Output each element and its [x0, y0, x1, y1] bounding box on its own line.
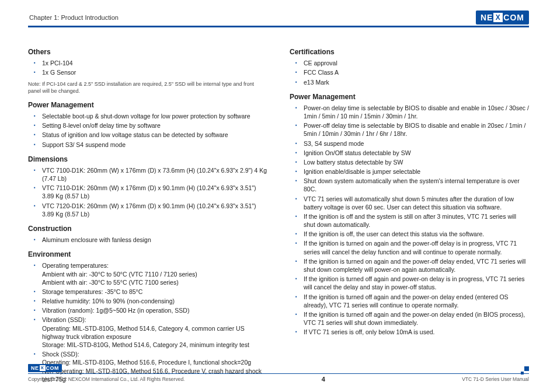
list-item: Support S3/ S4 suspend mode: [36, 141, 267, 149]
list-item: Aluminum enclosure with fanless design: [36, 236, 267, 244]
list-item: Status of ignition and low voltage statu…: [36, 131, 267, 139]
page-footer: NEXCOM Copyright © 2012 NEXCOM Internati…: [28, 364, 529, 384]
list-item: If the ignition is off and the system is…: [298, 212, 529, 229]
list-item: Low battery status detectable by SW: [298, 158, 529, 166]
brand-logo: NEXCOM: [476, 10, 529, 24]
copyright-text: Copyright © 2012 NEXCOM International Co…: [28, 376, 184, 383]
certifications-list: CE approvalFCC Class Ae13 Mark: [290, 59, 529, 86]
list-item: Operating temperatures: Ambient with air…: [36, 261, 267, 286]
construction-list: Aluminum enclosure with fanless design: [28, 236, 267, 244]
list-item: If the ignition is off, the user can det…: [298, 230, 529, 238]
list-item: VTC 7120-D1K: 260mm (W) x 176mm (D) x 90…: [36, 202, 267, 218]
list-item: FCC Class A: [298, 68, 529, 76]
page-header: Chapter 1: Product Introduction NEXCOM: [28, 10, 529, 27]
list-item: If the ignition is turned on again and t…: [298, 257, 529, 274]
brand-left: NE: [481, 12, 493, 23]
brand-right: COM: [503, 12, 524, 23]
right-column: Certifications CE approvalFCC Class Ae13…: [290, 47, 529, 384]
list-item: If VTC 71 series is off, only below 10mA…: [298, 328, 529, 336]
pm-heading-left: Power Management: [28, 100, 267, 110]
list-item: 1x G Sensor: [36, 68, 267, 76]
content-columns: Others 1x PCI-1041x G Sensor Note: If PC…: [28, 47, 529, 384]
list-item: Vibration (random): 1g@5~500 Hz (in oper…: [36, 306, 267, 314]
list-item: CE approval: [298, 59, 529, 67]
brand-x: X: [493, 13, 503, 22]
left-column: Others 1x PCI-1041x G Sensor Note: If PC…: [28, 47, 267, 384]
list-item: If the ignition is turned off again and …: [298, 293, 529, 309]
list-item: Setting 8-level on/off delay time by sof…: [36, 121, 267, 130]
list-item: Power-off delay time is selectable by BI…: [298, 121, 529, 138]
others-heading: Others: [28, 47, 267, 57]
pm-list-right: Power-on delay time is selectable by BIO…: [290, 104, 529, 336]
dimensions-list: VTC 7100-D1K: 260mm (W) x 176mm (D) x 73…: [28, 166, 267, 218]
list-item: 1x PCI-104: [36, 59, 267, 67]
pm-list-left: Selectable boot-up & shut-down voltage f…: [28, 112, 267, 149]
list-item: S3, S4 suspend mode: [298, 139, 529, 148]
list-item: Vibration (SSD): Operating: MIL-STD-810G…: [36, 316, 267, 349]
construction-heading: Construction: [28, 224, 267, 233]
others-note: Note: If PCI-104 card & 2.5" SSD install…: [28, 80, 267, 94]
environment-heading: Environment: [28, 250, 267, 259]
list-item: e13 Mark: [298, 78, 529, 86]
list-item: VTC 7110-D1K: 260mm (W) x 176mm (D) x 90…: [36, 184, 267, 200]
list-item: VTC 71 series will automatically shut do…: [298, 195, 529, 211]
list-item: Ignition enable/disable is jumper select…: [298, 167, 529, 176]
footer-brand-logo: NEXCOM: [28, 364, 62, 372]
list-item: Selectable boot-up & shut-down voltage f…: [36, 112, 267, 120]
list-item: Relative humidity: 10% to 90% (non-conde…: [36, 297, 267, 305]
others-list: 1x PCI-1041x G Sensor: [28, 59, 267, 76]
page-number: 4: [322, 375, 325, 384]
list-item: Power-on delay time is selectable by BIO…: [298, 104, 529, 120]
dimensions-heading: Dimensions: [28, 155, 267, 164]
certifications-heading: Certifications: [290, 47, 529, 57]
list-item: Storage temperatures: -35°C to 85°C: [36, 288, 267, 296]
manual-title: VTC 71-D Series User Manual: [462, 376, 529, 383]
chapter-title: Chapter 1: Product Introduction: [28, 13, 119, 22]
list-item: If the ignition is turned on again and t…: [298, 239, 529, 256]
list-item: If the ignition is turned off again and …: [298, 275, 529, 291]
list-item: VTC 7100-D1K: 260mm (W) x 176mm (D) x 73…: [36, 166, 267, 183]
footer-bar: Copyright © 2012 NEXCOM International Co…: [28, 373, 529, 384]
list-item: Ignition On/Off status detectable by SW: [298, 149, 529, 157]
list-item: If the ignition is turned off again and …: [298, 310, 529, 327]
pm-heading-right: Power Management: [290, 92, 529, 102]
list-item: Shut down system automatically when the …: [298, 177, 529, 193]
